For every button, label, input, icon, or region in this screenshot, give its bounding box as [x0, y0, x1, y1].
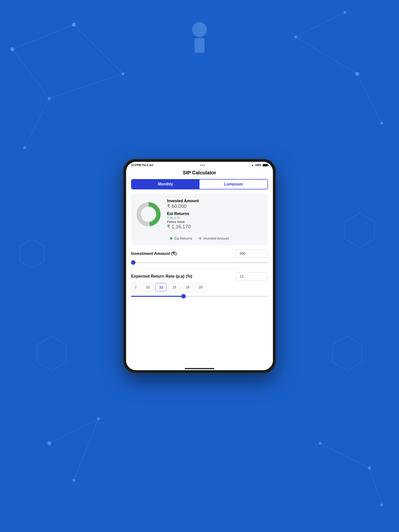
tab-monthly[interactable]: Monthly — [132, 180, 200, 189]
svg-point-26 — [380, 503, 383, 506]
return-rate-slider-container — [131, 293, 268, 298]
rate-btn-20[interactable]: 20 — [195, 283, 206, 291]
rate-btn-18[interactable]: 18 — [182, 283, 193, 291]
svg-line-11 — [369, 468, 382, 505]
return-rate-row: Expected Return Rate (p.a) (%) — [131, 272, 268, 281]
wifi-icon: ▲ — [251, 164, 254, 166]
svg-line-7 — [296, 12, 345, 37]
legend-invested-amount: Invested Amount — [199, 236, 229, 240]
donut-svg — [135, 201, 162, 228]
future-value-label: Future Value — [167, 220, 264, 224]
chart-legend: Est Returns Invested Amount — [135, 233, 264, 240]
status-indicators: ▲ 100% — [251, 164, 268, 166]
app-content: SIP Calculator Monthly Lumpsum — [126, 167, 273, 366]
svg-point-13 — [72, 23, 76, 27]
status-dots — [200, 165, 205, 166]
rate-btn-10[interactable]: 10 — [142, 283, 154, 291]
svg-point-22 — [97, 417, 100, 420]
rate-buttons-group: 7 10 12 15 18 20 — [131, 283, 268, 291]
legend-invested-amount-label: Invested Amount — [203, 236, 229, 240]
svg-point-15 — [48, 97, 51, 100]
svg-line-8 — [49, 419, 99, 443]
svg-line-5 — [296, 37, 357, 74]
rate-btn-12[interactable]: 12 — [155, 283, 167, 291]
svg-point-24 — [319, 442, 322, 445]
donut-chart — [135, 201, 162, 228]
svg-line-1 — [74, 25, 123, 74]
est-returns-label: Est Returns — [167, 212, 264, 216]
battery-icon — [263, 164, 268, 166]
investment-amount-label: Investment Amount (₹) — [131, 251, 177, 256]
chart-info: Invested Amount ₹ 60,000 Est Returns ₹ 5… — [167, 199, 264, 230]
svg-line-3 — [49, 74, 123, 99]
device: 12:27PM Thu 6 Jun ▲ 100% SIP Calculator — [123, 159, 276, 373]
legend-est-returns: Est Returns — [170, 236, 192, 240]
svg-point-19 — [380, 122, 383, 125]
svg-line-6 — [357, 74, 382, 123]
svg-marker-28 — [345, 213, 374, 248]
chart-section: Invested Amount ₹ 60,000 Est Returns ₹ 5… — [131, 194, 268, 245]
legend-est-returns-label: Est Returns — [174, 236, 192, 240]
invested-amount-value: ₹ 60,000 — [167, 203, 264, 209]
tab-switcher: Monthly Lumpsum — [131, 179, 268, 189]
return-rate-input[interactable] — [236, 272, 268, 281]
svg-point-25 — [368, 466, 371, 469]
app-title: SIP Calculator — [131, 167, 268, 179]
legend-invested-amount-dot — [199, 237, 201, 240]
return-rate-section: Expected Return Rate (p.a) (%) 7 10 12 1… — [131, 272, 268, 298]
return-rate-slider[interactable] — [131, 296, 268, 297]
divider-1 — [131, 268, 268, 269]
svg-line-4 — [25, 99, 49, 148]
rate-btn-7[interactable]: 7 — [131, 283, 140, 291]
svg-line-10 — [320, 443, 369, 468]
svg-line-0 — [12, 25, 74, 49]
rate-btn-15[interactable]: 15 — [169, 283, 180, 291]
est-returns-value: ₹ 56,170 — [167, 216, 264, 220]
svg-marker-29 — [37, 336, 66, 371]
svg-line-2 — [12, 49, 49, 99]
svg-point-12 — [10, 47, 14, 51]
svg-marker-30 — [332, 336, 362, 371]
svg-line-9 — [74, 419, 99, 480]
svg-point-18 — [294, 35, 297, 38]
svg-point-23 — [72, 479, 75, 482]
svg-point-16 — [23, 146, 26, 149]
investment-amount-section: Investment Amount (₹) — [131, 249, 268, 264]
chart-row: Invested Amount ₹ 60,000 Est Returns ₹ 5… — [135, 199, 264, 230]
investment-amount-slider-container — [131, 260, 268, 264]
device-screen: 12:27PM Thu 6 Jun ▲ 100% SIP Calculator — [126, 162, 273, 370]
svg-rect-32 — [195, 38, 204, 53]
svg-point-21 — [47, 441, 51, 445]
status-bar: 12:27PM Thu 6 Jun ▲ 100% — [126, 162, 273, 167]
svg-point-20 — [343, 11, 346, 14]
svg-point-17 — [355, 72, 359, 76]
svg-point-31 — [192, 22, 207, 37]
home-indicator[interactable] — [185, 368, 214, 369]
investment-amount-slider[interactable] — [131, 262, 268, 263]
future-value-amount: ₹ 1,16,170 — [167, 224, 264, 230]
investment-amount-row: Investment Amount (₹) — [131, 249, 268, 258]
svg-marker-27 — [20, 239, 44, 268]
legend-est-returns-dot — [170, 237, 172, 240]
investment-amount-input[interactable] — [236, 249, 268, 258]
tab-lumpsum[interactable]: Lumpsum — [200, 180, 267, 189]
return-rate-label: Expected Return Rate (p.a) (%) — [131, 274, 192, 279]
status-time-date: 12:27PM Thu 6 Jun — [131, 164, 153, 166]
svg-point-14 — [122, 72, 125, 75]
invested-amount-label: Invested Amount — [167, 199, 264, 203]
